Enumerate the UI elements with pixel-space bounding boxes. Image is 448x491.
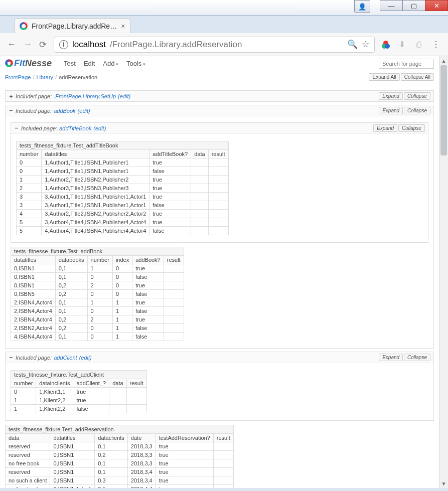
table-cell: 0 — [112, 290, 132, 298]
link-setup[interactable]: .FrontPage.Library.SetUp — [54, 93, 116, 99]
collapse-all-button[interactable]: Collapse All — [401, 73, 434, 81]
expand-icon[interactable]: + — [9, 93, 14, 99]
table-cell — [191, 227, 208, 235]
maximize-button[interactable]: ▢ — [402, 0, 425, 11]
crumb-library[interactable]: Library — [36, 74, 53, 80]
table-cell: true — [132, 315, 164, 324]
table-cell: true — [132, 298, 164, 307]
menu-icon[interactable]: ⋮ — [431, 40, 441, 49]
expand-button[interactable]: Expand — [373, 124, 397, 132]
expand-button[interactable]: Expand — [379, 354, 403, 361]
table-cell: 1 — [112, 333, 132, 341]
minimize-button[interactable]: — — [380, 0, 403, 11]
table-cell: false — [132, 324, 164, 333]
table-caption: tests_fitnesse_fixture.Test_addBook — [11, 247, 184, 256]
column-header: datainclients — [36, 379, 73, 388]
scrollbar[interactable]: ▲ ▼ — [439, 56, 448, 488]
table-caption: tests_fitnesse_fixture.Test_addTitleBook — [17, 141, 229, 150]
user-icon[interactable]: 👤 — [354, 0, 370, 13]
edit-link[interactable]: (edit) — [78, 108, 90, 114]
collapse-icon[interactable]: − — [9, 107, 14, 114]
scroll-up-icon[interactable]: ▲ — [439, 56, 448, 65]
table-cell: 4,Author4,Title4,ISBN4,Publisher4,Actor4 — [42, 227, 150, 235]
table-cell: 0,1 — [95, 459, 128, 468]
table-cell: reserved — [6, 468, 50, 476]
table-cell: 0,ISBN5 — [11, 290, 56, 298]
table-cell: false — [132, 307, 164, 315]
collapse-button[interactable]: Collapse — [404, 92, 430, 100]
table-addbook: tests_fitnesse_fixture.Test_addBookdatat… — [11, 247, 184, 341]
expand-button[interactable]: Expand — [379, 92, 403, 100]
download-icon[interactable]: ⬇ — [397, 40, 407, 49]
table-row: no such a client0,ISBN10,32018,3,4true — [6, 476, 234, 485]
table-cell: 1 — [17, 176, 42, 184]
table-cell: 2 — [17, 184, 42, 193]
table-cell: 1 — [112, 298, 132, 307]
omnibox-search-icon[interactable]: 🔍 — [347, 39, 358, 50]
menu-tools[interactable]: Tools — [126, 60, 145, 67]
fitnesse-logo[interactable]: FitNesse — [5, 58, 52, 69]
fitnesse-header: FitNesse Test Edit Add Tools — [0, 56, 439, 71]
collapse-button[interactable]: Collapse — [398, 124, 425, 132]
column-header: data — [191, 150, 208, 158]
table-cell — [191, 201, 208, 210]
close-button[interactable]: ✕ — [425, 0, 448, 11]
table-cell: 1,Author1,Title1,ISBN1,Publisher1 — [42, 167, 150, 176]
table-row: reserved0,ISBN10,22018,3,3true — [6, 451, 234, 459]
table-cell: 1,Author2,Title2,ISBN2,Publisher2 — [42, 176, 150, 184]
table-cell: reserved — [6, 442, 50, 451]
table-cell — [126, 396, 146, 405]
tab-close-icon[interactable]: × — [121, 22, 125, 30]
browser-tab[interactable]: FrontPage.Library.addRe… × — [14, 18, 130, 33]
column-header: result — [213, 434, 233, 442]
column-header: data — [6, 434, 50, 442]
collapse-button[interactable]: Collapse — [404, 107, 430, 114]
scroll-thumb[interactable] — [440, 65, 447, 155]
url-input[interactable]: i localhost/FrontPage.Library.addReserva… — [54, 37, 375, 53]
expand-all-button[interactable]: Expand All — [369, 73, 399, 81]
table-cell: 2018,4,4 — [127, 485, 156, 488]
bookmark-star-icon[interactable]: ☆ — [362, 39, 369, 50]
link-addbook[interactable]: addBook — [54, 108, 75, 114]
reload-button[interactable]: ⟳ — [39, 39, 47, 50]
pdf-icon[interactable]: ⎙ — [414, 40, 424, 49]
menu-edit[interactable]: Edit — [84, 60, 95, 67]
edit-link[interactable]: (edit) — [93, 125, 106, 131]
table-cell: 0 — [11, 388, 36, 396]
panel-setup: + Included page: .FrontPage.Library.SetU… — [5, 90, 434, 102]
column-header: number — [11, 379, 36, 388]
table-cell: 0,1 — [55, 264, 87, 273]
column-header: addTitleBook? — [150, 150, 191, 158]
collapse-button[interactable]: Collapse — [404, 354, 430, 361]
search-input[interactable] — [379, 59, 434, 69]
table-cell: false — [132, 333, 164, 341]
menu-add[interactable]: Add — [103, 60, 118, 67]
collapse-icon[interactable]: − — [9, 354, 14, 361]
table-row: 0,ISBN10,100false — [11, 273, 184, 281]
table-cell — [208, 193, 228, 201]
table-cell: 2,ISBN2,Actor4 — [11, 324, 56, 333]
table-cell: 0,2 — [95, 451, 128, 459]
site-info-icon[interactable]: i — [59, 40, 68, 49]
extension-icon[interactable] — [382, 41, 390, 49]
edit-link[interactable]: (edit) — [79, 355, 92, 361]
link-addclient[interactable]: addClient — [54, 355, 77, 361]
table-cell — [213, 442, 233, 451]
scroll-down-icon[interactable]: ▼ — [439, 479, 448, 488]
table-cell: 5 — [17, 218, 42, 227]
table-row: 2,ISBN4,Actor40,101false — [11, 307, 184, 315]
edit-link[interactable]: (edit) — [118, 93, 130, 99]
table-cell: 3,Author1,Title1,ISBN1,Publisher1,Actor1 — [42, 193, 150, 201]
table-cell: 0 — [87, 307, 112, 315]
link-addtitlebook[interactable]: addTitleBook — [59, 125, 91, 131]
table-cell: true — [150, 210, 191, 218]
column-header: data — [109, 379, 126, 388]
crumb-frontpage[interactable]: FrontPage — [5, 74, 31, 80]
collapse-icon[interactable]: − — [14, 125, 19, 131]
back-button[interactable]: ← — [7, 39, 16, 50]
column-header: number — [87, 256, 112, 264]
column-header: result — [164, 256, 184, 264]
table-cell: 0,ISBN1 — [50, 468, 95, 476]
menu-test[interactable]: Test — [64, 60, 76, 67]
expand-button[interactable]: Expand — [379, 107, 403, 114]
